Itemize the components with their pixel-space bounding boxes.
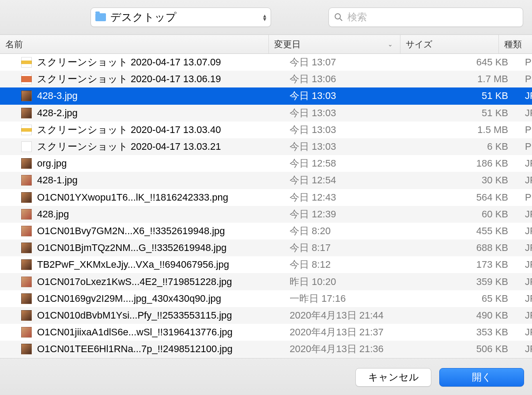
file-size: 186 KB (415, 158, 520, 169)
file-row[interactable]: O1CN0169gv2I29M....jpg_430x430q90.jpg一昨日… (0, 290, 532, 307)
file-name: スクリーンショット 2020-04-17 13.07.09 (37, 56, 221, 69)
file-kind: JPEGイメ (520, 174, 532, 187)
file-modified: 2020年4月13日 21:37 (284, 326, 415, 339)
column-header-modified-label: 変更日 (274, 38, 301, 50)
cancel-button[interactable]: キャンセル (355, 368, 431, 387)
chevron-up-down-icon: ▴▾ (263, 14, 266, 21)
file-name: O1CN01jiixaA1dlS6e...wSl_!!3196413776.jp… (37, 327, 233, 338)
file-name-cell: O1CN01YXwopu1T6...lK_!!1816242333.png (0, 192, 284, 203)
file-thumbnail-icon (21, 327, 32, 338)
open-button[interactable]: 開く (439, 368, 524, 387)
file-thumbnail-icon (21, 259, 32, 270)
file-name-cell: O1CN017oLxez1KwS...4E2_!!719851228.jpg (0, 276, 284, 288)
file-thumbnail-icon (21, 108, 32, 118)
file-name-cell: 428-2.jpg (0, 107, 284, 119)
file-kind: JPEGイメ (520, 224, 532, 238)
file-row[interactable]: O1CN01Bvy7GM2N...X6_!!3352619948.jpg今日 8… (0, 223, 532, 239)
file-kind: JPEGイメ (520, 258, 532, 271)
file-modified: 今日 13:03 (284, 89, 415, 103)
file-kind: JPEGイメ (520, 241, 532, 254)
file-size: 30 KB (415, 175, 520, 186)
file-name-cell: スクリーンショット 2020-04-17 13.07.09 (0, 56, 284, 69)
file-kind: PNGイメ (520, 191, 532, 204)
file-name-cell: O1CN01jiixaA1dlS6e...wSl_!!3196413776.jp… (0, 327, 284, 338)
file-row[interactable]: スクリーンショット 2020-04-17 13.06.19今日 13:061.7… (0, 71, 532, 87)
file-size: 359 KB (415, 276, 520, 288)
file-name: 428.jpg (37, 209, 69, 220)
file-size: 455 KB (415, 225, 520, 237)
column-header-size[interactable]: サイズ (400, 35, 499, 53)
file-name: 428-2.jpg (37, 107, 78, 119)
search-field[interactable] (328, 8, 523, 27)
file-modified: 昨日 10:20 (284, 275, 415, 289)
file-name-cell: O1CN01TEE6Hl1RNa...7p_!!2498512100.jpg (0, 343, 284, 355)
file-thumbnail-icon (21, 158, 32, 169)
file-modified: 今日 13:03 (284, 106, 415, 120)
file-name-cell: O1CN01BjmTQz2NM...G_!!3352619948.jpg (0, 242, 284, 254)
file-name: スクリーンショット 2020-04-17 13.03.21 (37, 140, 221, 153)
file-name-cell: O1CN010dBvbM1Ysi...Pfy_!!2533553115.jpg (0, 310, 284, 321)
file-thumbnail-icon (21, 175, 32, 186)
file-thumbnail-icon (21, 91, 32, 101)
file-name: org.jpg (37, 158, 67, 169)
file-row[interactable]: O1CN01TEE6Hl1RNa...7p_!!2498512100.jpg20… (0, 341, 532, 357)
file-row[interactable]: スクリーンショット 2020-04-17 13.07.09今日 13:07645… (0, 54, 532, 71)
file-row[interactable]: O1CN01YXwopu1T6...lK_!!1816242333.png今日 … (0, 189, 532, 206)
file-modified: 今日 13:06 (284, 72, 415, 86)
file-name: スクリーンショット 2020-04-17 13.06.19 (37, 72, 221, 86)
file-kind: PNGイメ (520, 123, 532, 137)
file-modified: 今日 8:17 (284, 241, 415, 254)
column-header-name[interactable]: 名前 (0, 35, 269, 53)
file-list[interactable]: スクリーンショット 2020-04-17 13.07.09今日 13:07645… (0, 54, 532, 358)
file-kind: PNGイメ (520, 56, 532, 69)
folder-icon (95, 13, 106, 21)
file-size: 1.7 MB (415, 73, 520, 85)
file-row[interactable]: O1CN010dBvbM1Ysi...Pfy_!!2533553115.jpg2… (0, 307, 532, 324)
file-row[interactable]: スクリーンショット 2020-04-17 13.03.40今日 13:031.5… (0, 122, 532, 138)
file-modified: 今日 8:12 (284, 258, 415, 271)
file-modified: 今日 12:54 (284, 174, 415, 187)
file-thumbnail-icon (21, 310, 32, 321)
file-row[interactable]: スクリーンショット 2020-04-17 13.03.21今日 13:036 K… (0, 138, 532, 155)
svg-point-0 (335, 14, 340, 19)
file-kind: JPEGイメ (520, 326, 532, 339)
file-size: 645 KB (415, 57, 520, 68)
file-thumbnail-icon (21, 74, 32, 84)
file-kind: JPEGイメ (520, 106, 532, 120)
file-size: 6 KB (415, 141, 520, 152)
file-thumbnail-icon (21, 344, 32, 354)
file-name-cell: O1CN01Bvy7GM2N...X6_!!3352619948.jpg (0, 225, 284, 237)
file-row[interactable]: 428-1.jpg今日 12:5430 KBJPEGイメ (0, 172, 532, 189)
toolbar: デスクトップ ▴▾ (0, 0, 532, 35)
file-row[interactable]: 428-3.jpg今日 13:0351 KBJPEGイメ (0, 87, 532, 104)
file-name: 428-1.jpg (37, 175, 78, 186)
file-modified: 今日 8:20 (284, 224, 415, 238)
file-name: O1CN01Bvy7GM2N...X6_!!3352619948.jpg (37, 225, 225, 237)
search-input[interactable] (347, 11, 517, 23)
file-row[interactable]: org.jpg今日 12:58186 KBJPEGイメ (0, 155, 532, 172)
file-name-cell: スクリーンショット 2020-04-17 13.03.40 (0, 123, 284, 137)
file-row[interactable]: 428.jpg今日 12:3960 KBJPEGイメ (0, 206, 532, 223)
file-row[interactable]: TB2PwF_XKMxLeJjy...VXa_!!694067956.jpg今日… (0, 256, 532, 273)
file-thumbnail-icon (21, 209, 32, 220)
file-name-cell: 428-1.jpg (0, 175, 284, 186)
file-row[interactable]: O1CN01jiixaA1dlS6e...wSl_!!3196413776.jp… (0, 324, 532, 341)
file-row[interactable]: O1CN01BjmTQz2NM...G_!!3352619948.jpg今日 8… (0, 239, 532, 256)
file-name: O1CN01YXwopu1T6...lK_!!1816242333.png (37, 192, 228, 203)
file-name: O1CN01TEE6Hl1RNa...7p_!!2498512100.jpg (37, 343, 233, 355)
search-icon (334, 13, 343, 22)
file-size: 490 KB (415, 310, 520, 321)
location-popup[interactable]: デスクトップ ▴▾ (91, 8, 271, 27)
file-size: 353 KB (415, 327, 520, 338)
file-kind: JPEGイメ (520, 292, 532, 305)
file-row[interactable]: O1CN017oLxez1KwS...4E2_!!719851228.jpg昨日… (0, 273, 532, 290)
file-name: スクリーンショット 2020-04-17 13.03.40 (37, 123, 221, 137)
column-header-modified[interactable]: 変更日 ⌄ (269, 35, 400, 53)
file-thumbnail-icon (21, 277, 32, 287)
file-row[interactable]: 428-2.jpg今日 13:0351 KBJPEGイメ (0, 105, 532, 122)
file-name: O1CN017oLxez1KwS...4E2_!!719851228.jpg (37, 276, 232, 288)
column-header-kind[interactable]: 種類 (499, 35, 532, 53)
file-size: 51 KB (415, 107, 520, 119)
file-size: 688 KB (415, 242, 520, 254)
file-size: 51 KB (415, 90, 520, 102)
